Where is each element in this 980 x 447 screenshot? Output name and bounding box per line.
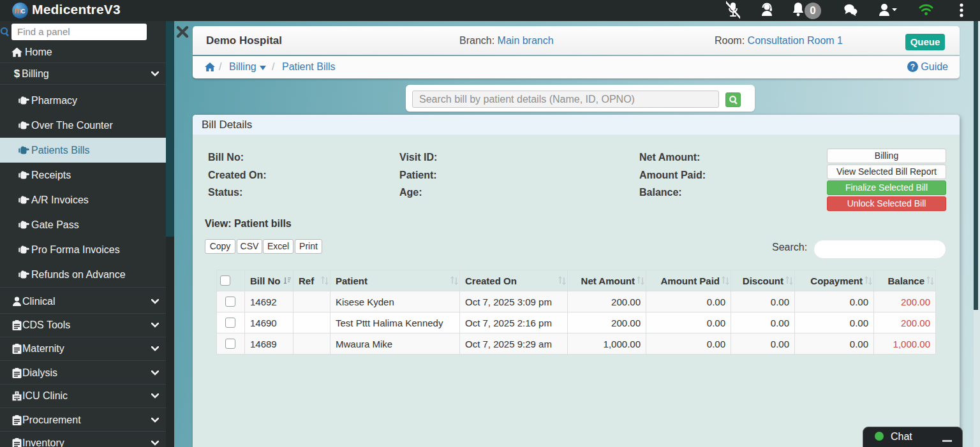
svg-text:?: ? bbox=[910, 62, 915, 71]
